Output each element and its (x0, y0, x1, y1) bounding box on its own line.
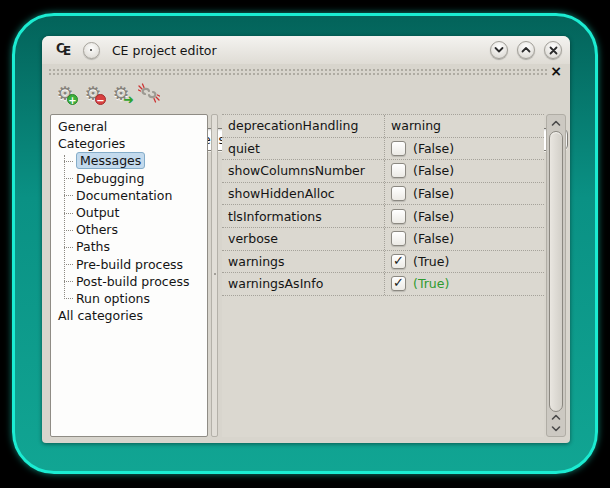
close-icon (549, 46, 558, 55)
screen: ₠ CE project editor (0, 0, 610, 488)
remove-configuration-button[interactable]: ⚙ − (80, 80, 106, 106)
property-table: deprecationHandling warning quiet (False… (222, 114, 544, 437)
main-area: General Categories Messages Debugging Do… (42, 114, 570, 437)
property-value: (False) (413, 231, 454, 246)
plus-badge-icon: + (67, 94, 78, 105)
checkmark-icon: ✓ (393, 276, 404, 289)
sidebar-item-categories[interactable]: Categories (51, 135, 207, 152)
property-value: (False) (413, 141, 454, 156)
tree-item-label: Output (76, 205, 119, 220)
tree-item-label: Pre-build process (76, 257, 183, 272)
checkbox-unchecked[interactable] (391, 209, 406, 224)
chevron-up-icon (551, 414, 561, 421)
checkbox-unchecked[interactable] (391, 163, 406, 178)
titlebar[interactable]: ₠ CE project editor (42, 36, 570, 64)
tree-item-label: Categories (58, 136, 125, 151)
broken-link-icon (138, 83, 160, 103)
sidebar-item-general[interactable]: General (51, 118, 207, 135)
category-tree[interactable]: General Categories Messages Debugging Do… (50, 114, 208, 437)
table-row[interactable]: warnings ✓(True) (222, 251, 544, 274)
property-value: (True) (413, 254, 449, 269)
checkbox-unchecked[interactable] (391, 141, 406, 156)
sidebar-item-pre-build[interactable]: Pre-build process (51, 256, 207, 273)
scroll-up-button[interactable] (547, 412, 565, 423)
table-row[interactable]: showHiddenAlloc (False) (222, 183, 544, 206)
sidebar-item-all-categories[interactable]: All categories (51, 307, 207, 324)
property-value: (False) (413, 186, 454, 201)
unshade-button[interactable] (517, 41, 535, 59)
sidebar-item-run-options[interactable]: Run options (51, 290, 207, 307)
panel-splitter[interactable] (211, 114, 218, 437)
toolbar: ⚙ + ⚙ − ⚙ ➜ release (52, 80, 560, 106)
chevron-down-icon (551, 425, 561, 432)
table-row[interactable]: verbose (False) (222, 228, 544, 251)
add-configuration-button[interactable]: ⚙ + (52, 80, 78, 106)
sidebar-item-output[interactable]: Output (51, 204, 207, 221)
shade-button[interactable] (490, 41, 508, 59)
chevron-up-icon (521, 46, 531, 54)
arrow-badge-icon: ➜ (122, 95, 135, 106)
property-name: showHiddenAlloc (222, 183, 384, 205)
export-configuration-button[interactable]: ⚙ ➜ (108, 80, 134, 106)
tree-item-label: Post-build process (76, 274, 189, 289)
property-name: verbose (222, 228, 384, 250)
checkbox-checked[interactable]: ✓ (391, 254, 406, 269)
window-menu-button[interactable] (83, 42, 100, 59)
table-row[interactable]: quiet (False) (222, 138, 544, 161)
table-row[interactable]: deprecationHandling warning (222, 115, 544, 138)
tree-item-label: Others (76, 222, 118, 237)
toolbar-drag-handle[interactable] (47, 67, 549, 77)
close-button[interactable] (544, 41, 562, 59)
property-name: warningsAsInfo (222, 273, 384, 295)
project-editor-window: ₠ CE project editor (42, 36, 570, 443)
property-name: deprecationHandling (222, 115, 384, 137)
app-logo-icon: ₠ (56, 42, 71, 58)
tree-item-label: Documentation (76, 188, 172, 203)
tree-item-label: General (58, 119, 107, 134)
table-row[interactable]: showColumnsNumber (False) (222, 160, 544, 183)
table-row[interactable]: warningsAsInfo ✓(True) (222, 273, 544, 296)
property-value: (False) (413, 209, 454, 224)
sidebar-item-post-build[interactable]: Post-build process (51, 273, 207, 290)
checkmark-icon: ✓ (393, 254, 404, 267)
chevron-down-icon (494, 46, 504, 54)
chevron-up-icon (551, 120, 561, 127)
sidebar-item-paths[interactable]: Paths (51, 238, 207, 255)
menu-dot-icon (90, 49, 92, 51)
scroll-up-button[interactable] (547, 117, 565, 129)
tree-item-label: Run options (76, 291, 150, 306)
unlink-configuration-button[interactable] (136, 80, 162, 106)
checkbox-unchecked[interactable] (391, 186, 406, 201)
checkbox-unchecked[interactable] (391, 231, 406, 246)
sidebar-item-messages[interactable]: Messages (51, 152, 207, 169)
property-name: quiet (222, 138, 384, 160)
property-value: warning (391, 118, 441, 133)
toolbar-close-button[interactable]: × (548, 63, 564, 79)
sidebar-item-documentation[interactable]: Documentation (51, 187, 207, 204)
table-row[interactable]: tlsInformations (False) (222, 205, 544, 228)
vertical-scrollbar[interactable] (546, 114, 566, 437)
property-value: (False) (413, 163, 454, 178)
sidebar-item-others[interactable]: Others (51, 221, 207, 238)
property-name: warnings (222, 251, 384, 273)
window-title: CE project editor (112, 43, 217, 58)
checkbox-checked[interactable]: ✓ (391, 276, 406, 291)
minus-badge-icon: − (95, 94, 106, 105)
tree-item-label: All categories (58, 308, 143, 323)
scrollbar-bottom-buttons (547, 412, 565, 434)
sidebar-item-debugging[interactable]: Debugging (51, 170, 207, 187)
scrollbar-thumb[interactable] (549, 131, 563, 412)
tree-item-label-selected: Messages (76, 152, 145, 169)
tree-item-label: Debugging (76, 171, 144, 186)
scroll-down-button[interactable] (547, 423, 565, 434)
property-name: tlsInformations (222, 205, 384, 227)
property-value: (True) (413, 276, 449, 291)
property-name: showColumnsNumber (222, 160, 384, 182)
tree-item-label: Paths (76, 239, 110, 254)
